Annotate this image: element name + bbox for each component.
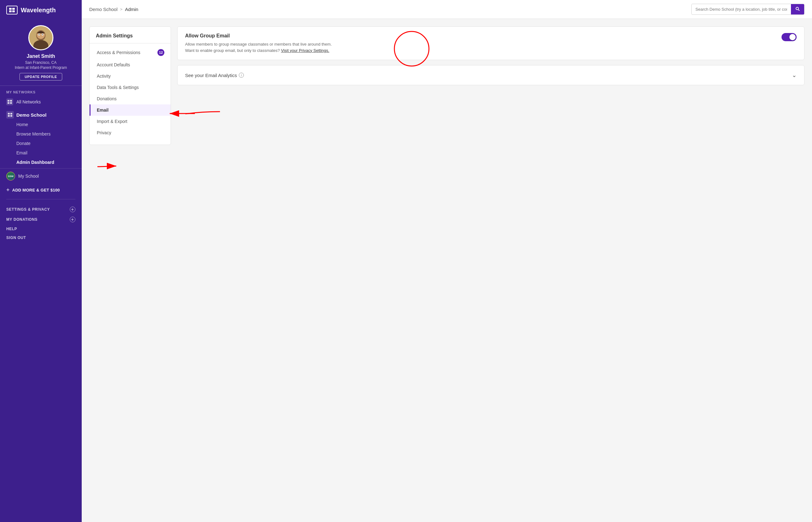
settings-item-account-defaults[interactable]: Account Defaults <box>89 59 171 71</box>
sidebar-item-my-school[interactable]: SSW My School <box>0 168 82 184</box>
card-row: Allow Group Email Allow members to group… <box>185 33 797 54</box>
topbar: Demo School > Admin <box>82 0 812 19</box>
svg-rect-13 <box>10 100 12 102</box>
svg-point-20 <box>796 7 798 10</box>
ssw-badge: SSW <box>6 172 15 181</box>
admin-settings-panel: Admin Settings Access & Permissions 12 A… <box>89 26 171 145</box>
svg-rect-14 <box>7 102 9 104</box>
profile-name: Janet Smith <box>27 54 55 59</box>
sign-out-link[interactable]: SIGN OUT <box>6 233 76 242</box>
card-text-area: Allow Group Email Allow members to group… <box>185 33 332 54</box>
settings-item-import-export[interactable]: Import & Export <box>89 116 171 127</box>
svg-rect-18 <box>8 115 10 117</box>
svg-rect-3 <box>12 11 15 12</box>
breadcrumb: Demo School > Admin <box>89 6 138 12</box>
my-donations-link[interactable]: MY DONATIONS + <box>6 215 76 224</box>
all-networks-icon <box>6 98 13 105</box>
allow-group-email-toggle[interactable] <box>782 33 797 41</box>
settings-item-privacy[interactable]: Privacy <box>89 127 171 138</box>
info-icon: i <box>239 73 244 78</box>
svg-point-10 <box>39 34 40 35</box>
profile-role: Intern at Infant-Parent Program <box>15 65 67 70</box>
plus-icon: + <box>6 187 10 194</box>
search-button[interactable] <box>791 4 804 15</box>
sidebar-item-all-networks[interactable]: All Networks <box>0 96 82 108</box>
allow-group-email-desc: Allow members to group message classmate… <box>185 41 332 54</box>
svg-rect-2 <box>9 11 12 12</box>
plus-circle-icon-2: + <box>70 217 76 222</box>
settings-item-access-permissions[interactable]: Access & Permissions 12 <box>89 46 171 59</box>
access-permissions-badge: 12 <box>158 49 164 56</box>
all-networks-label: All Networks <box>16 99 41 104</box>
search-bar <box>691 4 805 15</box>
sidebar-bottom-links: SETTINGS & PRIVACY + MY DONATIONS + HELP… <box>0 202 82 248</box>
allow-group-email-title: Allow Group Email <box>185 33 332 39</box>
my-school-label: My School <box>18 174 39 179</box>
settings-item-email[interactable]: Email <box>89 104 171 116</box>
demo-school-icon <box>6 111 14 119</box>
search-input[interactable] <box>692 4 791 14</box>
privacy-settings-link[interactable]: Visit your Privacy Settings. <box>281 48 329 53</box>
sidebar-profile: Janet Smith San Francisco, CA Intern at … <box>0 19 82 86</box>
svg-rect-15 <box>10 102 12 104</box>
settings-item-activity[interactable]: Activity <box>89 71 171 82</box>
sidebar-item-home[interactable]: Home <box>0 120 82 129</box>
breadcrumb-current: Admin <box>125 6 139 12</box>
avatar <box>28 25 54 50</box>
sidebar: Wavelength Janet Smith San Francisco, CA… <box>0 0 82 522</box>
svg-rect-1 <box>12 8 15 10</box>
chevron-down-icon: ⌄ <box>792 72 797 79</box>
toggle-track[interactable] <box>782 33 797 41</box>
settings-item-donations[interactable]: Donations <box>89 93 171 104</box>
svg-line-21 <box>798 10 800 11</box>
update-profile-button[interactable]: UPDATE PROFILE <box>20 73 63 80</box>
app-logo[interactable]: Wavelength <box>0 0 82 19</box>
sidebar-item-browse-members[interactable]: Browse Members <box>0 129 82 139</box>
content-area: Admin Settings Access & Permissions 12 A… <box>82 19 812 522</box>
add-more-button[interactable]: + ADD MORE & GET $100 <box>0 184 82 197</box>
svg-rect-16 <box>8 113 10 115</box>
sidebar-item-donate[interactable]: Donate <box>0 139 82 148</box>
settings-panel-title: Admin Settings <box>89 33 171 43</box>
plus-circle-icon: + <box>70 207 76 212</box>
main-area: Demo School > Admin Admin Settings Acces… <box>82 0 812 522</box>
help-link[interactable]: HELP <box>6 224 76 233</box>
sidebar-divider <box>6 199 76 199</box>
breadcrumb-school[interactable]: Demo School <box>89 6 118 12</box>
settings-privacy-link[interactable]: SETTINGS & PRIVACY + <box>6 204 76 215</box>
svg-point-11 <box>42 34 43 35</box>
svg-rect-12 <box>7 100 9 102</box>
toggle-thumb <box>789 34 796 40</box>
svg-rect-0 <box>9 8 12 10</box>
allow-group-email-card: Allow Group Email Allow members to group… <box>177 26 805 60</box>
email-analytics-card[interactable]: See your Email Analytics i ⌄ <box>177 65 805 85</box>
svg-rect-19 <box>11 115 12 117</box>
demo-school-header[interactable]: Demo School <box>0 108 82 120</box>
settings-item-data-tools[interactable]: Data Tools & Settings <box>89 82 171 93</box>
profile-location: San Francisco, CA <box>25 60 57 65</box>
logo-icon <box>6 6 18 15</box>
sidebar-item-admin-dashboard[interactable]: Admin Dashboard <box>0 158 82 167</box>
my-networks-label: MY NETWORKS <box>0 86 82 96</box>
demo-school-name: Demo School <box>16 112 46 118</box>
breadcrumb-separator: > <box>120 7 123 12</box>
analytics-title: See your Email Analytics i <box>185 73 244 78</box>
logo-text: Wavelength <box>21 6 56 14</box>
svg-rect-17 <box>11 113 12 115</box>
right-content: Allow Group Email Allow members to group… <box>177 26 805 515</box>
sidebar-item-email[interactable]: Email <box>0 148 82 158</box>
